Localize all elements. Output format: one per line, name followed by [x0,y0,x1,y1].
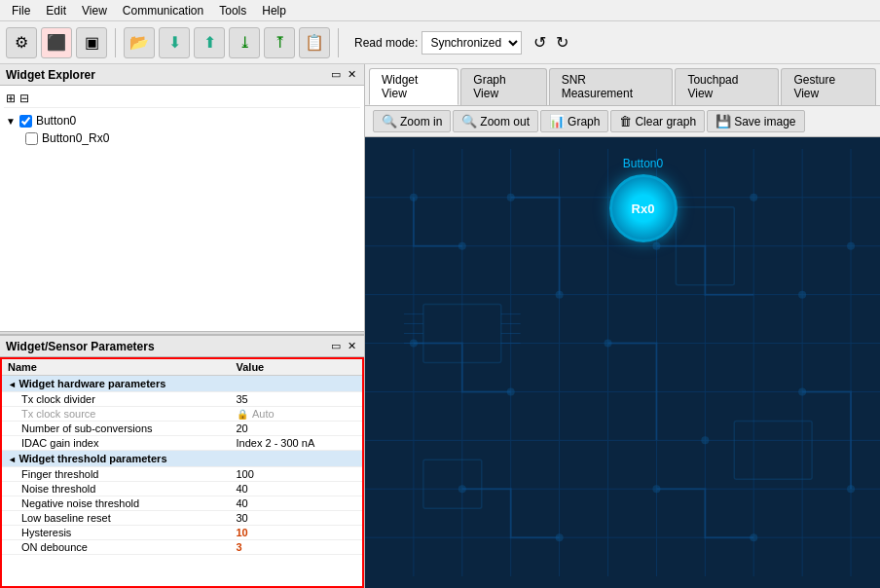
clear-graph-label: Clear graph [635,115,696,129]
canvas-background: Button0 Rx0 [365,137,880,588]
main-layout: Widget Explorer ▭ ✕ ⊞ ⊟ ▼ Button0 Button… [0,64,880,588]
tree-checkbox-button0-rx0[interactable] [25,132,38,145]
tree-collapse-icon[interactable]: ⊟ [19,92,29,105]
tree-checkbox-button0[interactable] [19,115,32,128]
widget-explorer-content: ⊞ ⊟ ▼ Button0 Button0_Rx0 [0,86,364,331]
read-mode-label: Read mode: [354,36,418,50]
param-value-num-sub-conversions[interactable]: 20 [231,422,363,436]
params-table-container: Name Value Widget hardware parameters Tx… [0,357,364,588]
settings-button[interactable]: ⚙ [6,27,37,58]
zoom-out-icon: 🔍 [461,114,477,129]
tree-item-button0[interactable]: ▼ Button0 [4,112,360,129]
upload-button[interactable]: ⬆ [194,27,225,58]
row-finger-threshold[interactable]: Finger threshold 100 [2,467,362,482]
tab-graph-view[interactable]: Graph View [460,68,546,105]
download-button[interactable]: ⬇ [159,27,190,58]
param-value-tx-clock-divider[interactable]: 35 [231,392,363,407]
tab-touchpad-view[interactable]: Touchpad View [675,68,779,105]
import-button[interactable]: ⤒ [264,27,295,58]
widget-circle-rx0[interactable]: Rx0 [609,174,678,242]
param-value-noise-threshold[interactable]: 40 [231,482,363,496]
menubar: File Edit View Communication Tools Help [0,0,880,21]
svg-rect-38 [734,421,812,479]
export-button[interactable]: ⤓ [229,27,260,58]
svg-point-25 [847,242,855,250]
svg-rect-39 [423,459,482,508]
row-tx-clock-divider[interactable]: Tx clock divider 35 [2,392,362,407]
graph-icon: 📊 [549,114,565,129]
section-threshold: Widget threshold parameters [2,451,362,467]
tab-snr-measurement[interactable]: SNR Measurement [549,68,674,105]
row-negative-noise-threshold[interactable]: Negative noise threshold 40 [2,496,362,511]
widget-label: Button0 [623,157,663,170]
canvas-area: Button0 Rx0 [365,137,880,588]
view-toolbar: 🔍 Zoom in 🔍 Zoom out 📊 Graph 🗑 Clear gra… [365,106,880,137]
menu-help[interactable]: Help [254,2,294,19]
param-value-finger-threshold[interactable]: 100 [231,467,363,482]
param-value-low-baseline-reset[interactable]: 30 [231,511,363,526]
widget-container: Button0 Rx0 [609,157,678,242]
params-close-button[interactable]: ✕ [346,340,358,352]
panel-controls: ▭ ✕ [329,68,358,81]
param-value-idac-gain[interactable]: Index 2 - 300 nA [231,436,363,451]
menu-communication[interactable]: Communication [115,2,211,19]
params-controls: ▭ ✕ [329,340,358,352]
tree-expand-icon[interactable]: ⊞ [6,92,16,105]
left-panel: Widget Explorer ▭ ✕ ⊞ ⊟ ▼ Button0 Button… [0,64,365,588]
graph-button[interactable]: 📊 Graph [540,110,608,132]
undo-button[interactable]: ↺ [530,31,550,54]
col-value: Value [231,359,363,376]
zoom-out-label: Zoom out [480,115,530,129]
zoom-in-button[interactable]: 🔍 Zoom in [373,110,451,132]
section-threshold-label: Widget threshold parameters [2,451,362,467]
right-panel: Widget View Graph View SNR Measurement T… [365,64,880,588]
toolbar: ⚙ ⬛ ▣ 📂 ⬇ ⬆ ⤓ ⤒ 📋 Read mode: Synchronize… [0,21,880,64]
lock-icon: 🔒 [237,409,248,420]
menu-edit[interactable]: Edit [38,2,74,19]
menu-tools[interactable]: Tools [211,2,254,19]
clear-graph-button[interactable]: 🗑 Clear graph [610,110,705,132]
tab-widget-view[interactable]: Widget View [369,68,458,105]
stop-button[interactable]: ⬛ [41,27,72,58]
tree-item-button0-rx0[interactable]: Button0_Rx0 [23,129,360,147]
tree-toolbar: ⊞ ⊟ [4,90,360,108]
restore-button[interactable]: ▭ [329,68,343,81]
widget-view-button[interactable]: ▣ [76,27,107,58]
param-value-hysteresis[interactable]: 10 [231,526,363,540]
redo-button[interactable]: ↻ [552,31,572,54]
svg-point-23 [750,194,757,202]
widget-circle-label: Rx0 [632,202,655,216]
param-name-tx-clock-source: Tx clock source [2,407,231,422]
tab-gesture-view[interactable]: Gesture View [781,68,876,105]
params-table: Name Value Widget hardware parameters Tx… [2,359,362,555]
zoom-out-button[interactable]: 🔍 Zoom out [453,110,538,132]
row-tx-clock-source[interactable]: Tx clock source 🔒 Auto [2,407,362,422]
report-button[interactable]: 📋 [299,27,330,58]
params-title: Widget/Sensor Parameters [6,340,155,353]
menu-file[interactable]: File [4,2,38,19]
row-num-sub-conversions[interactable]: Number of sub-conversions 20 [2,422,362,436]
param-name-on-debounce: ON debounce [2,540,231,555]
param-name-tx-clock-divider: Tx clock divider [2,392,231,407]
param-value-on-debounce[interactable]: 3 [231,540,363,555]
row-noise-threshold[interactable]: Noise threshold 40 [2,482,362,496]
menu-view[interactable]: View [74,2,115,19]
col-name: Name [2,359,231,376]
param-value-negative-noise-threshold[interactable]: 40 [231,496,363,511]
save-image-button[interactable]: 💾 Save image [707,110,804,132]
zoom-in-icon: 🔍 [382,114,397,129]
row-hysteresis[interactable]: Hysteresis 10 [2,526,362,540]
close-panel-button[interactable]: ✕ [346,68,358,81]
read-mode-select[interactable]: Synchronized [422,31,522,55]
tree-arrow-button0: ▼ [6,116,16,127]
params-restore-button[interactable]: ▭ [329,340,343,352]
section-hardware: Widget hardware parameters [2,376,362,392]
row-on-debounce[interactable]: ON debounce 3 [2,540,362,555]
row-idac-gain[interactable]: IDAC gain index Index 2 - 300 nA [2,436,362,451]
undo-redo-group: ↺ ↻ [530,31,572,54]
row-low-baseline-reset[interactable]: Low baseline reset 30 [2,511,362,526]
param-name-low-baseline-reset: Low baseline reset [2,511,231,526]
save-image-label: Save image [734,115,795,129]
open-button[interactable]: 📂 [124,27,155,58]
params-header: Widget/Sensor Parameters ▭ ✕ [0,336,364,357]
